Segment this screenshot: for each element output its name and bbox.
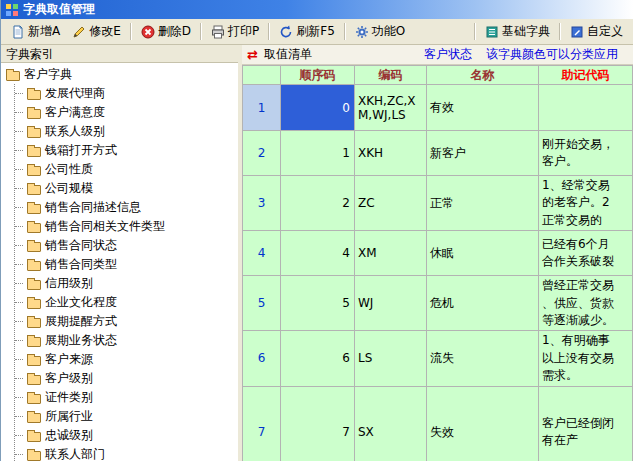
print-button[interactable]: 打印P bbox=[205, 20, 265, 43]
dictionary-tree: 客户字典 发展代理商 客户满意度 联系人级别 钱箱打开方式 bbox=[1, 63, 238, 461]
tree-item[interactable]: 销售合同状态 bbox=[15, 236, 238, 255]
description-cell[interactable]: 客户已经倒闭 有在产 bbox=[539, 386, 633, 461]
tree-item[interactable]: 联系人部门 bbox=[15, 445, 238, 461]
delete-button[interactable]: 删除D bbox=[135, 20, 197, 43]
sequence-cell[interactable]: 2 bbox=[281, 176, 355, 231]
name-cell[interactable]: 有效 bbox=[427, 85, 539, 131]
name-cell[interactable]: 失效 bbox=[427, 386, 539, 461]
name-cell[interactable]: 危机 bbox=[427, 276, 539, 331]
column-header-code[interactable]: 编码 bbox=[355, 66, 427, 85]
tree-item[interactable]: 展期业务状态 bbox=[15, 331, 238, 350]
name-cell[interactable]: 新客户 bbox=[427, 131, 539, 176]
table-row[interactable]: 5 5 WJ 危机 曾经正常交易 、供应、货款 等逐渐减少。 bbox=[243, 276, 633, 331]
tree-item[interactable]: 销售合同相关文件类型 bbox=[15, 217, 238, 236]
corner-header-cell[interactable] bbox=[243, 66, 281, 85]
table-row[interactable]: 2 1 XKH 新客户 刚开始交易， 客户。 bbox=[243, 131, 633, 176]
tree-item-label: 展期提醒方式 bbox=[45, 313, 117, 330]
table-row[interactable]: 4 4 XM 休眠 已经有6个月 合作关系破裂 bbox=[243, 231, 633, 276]
tree-item[interactable]: 公司规模 bbox=[15, 179, 238, 198]
description-cell[interactable]: 1、经常交易 的老客户。2 正常交易的 bbox=[539, 176, 633, 231]
sequence-cell[interactable]: 7 bbox=[281, 386, 355, 461]
column-header-mnemonic[interactable]: 助记代码 bbox=[539, 66, 633, 85]
name-cell[interactable]: 休眠 bbox=[427, 231, 539, 276]
tree-item[interactable]: 忠诚级别 bbox=[15, 426, 238, 445]
table-row[interactable]: 3 2 ZC 正常 1、经常交易 的老客户。2 正常交易的 bbox=[243, 176, 633, 231]
tree-item[interactable]: 公司性质 bbox=[15, 160, 238, 179]
tree-item[interactable]: 联系人级别 bbox=[15, 122, 238, 141]
toolbar-separator bbox=[200, 23, 202, 40]
tree-item[interactable]: 信用级别 bbox=[15, 274, 238, 293]
folder-icon bbox=[27, 261, 41, 271]
sequence-cell[interactable]: 1 bbox=[281, 131, 355, 176]
sequence-cell[interactable]: 6 bbox=[281, 331, 355, 386]
add-button[interactable]: 新增A bbox=[5, 20, 66, 43]
toolbar-separator bbox=[474, 23, 476, 40]
tree-item[interactable]: 客户来源 bbox=[15, 350, 238, 369]
sequence-cell[interactable]: 0 bbox=[281, 85, 355, 131]
tree-item[interactable]: 发展代理商 bbox=[15, 84, 238, 103]
folder-icon bbox=[27, 375, 41, 385]
tree-item[interactable]: 企业文化程度 bbox=[15, 293, 238, 312]
dictionary-status-info: 客户状态 该字典颜色可以分类应用 bbox=[424, 46, 628, 63]
tree-root-label: 客户字典 bbox=[24, 66, 72, 83]
app-icon bbox=[5, 3, 19, 17]
sequence-cell[interactable]: 5 bbox=[281, 276, 355, 331]
delete-icon bbox=[141, 25, 155, 39]
row-number-cell[interactable]: 1 bbox=[243, 85, 281, 131]
description-cell[interactable]: 刚开始交易， 客户。 bbox=[539, 131, 633, 176]
custom-button[interactable]: 自定义 bbox=[564, 20, 629, 43]
base-dictionary-button[interactable]: 基础字典 bbox=[479, 20, 556, 43]
edit-button[interactable]: 修改E bbox=[66, 20, 127, 43]
tree-item[interactable]: 销售合同类型 bbox=[15, 255, 238, 274]
code-cell[interactable]: ZC bbox=[355, 176, 427, 231]
code-cell[interactable]: XKH,ZC,XM,WJ,LS bbox=[355, 85, 427, 131]
row-number-cell[interactable]: 6 bbox=[243, 331, 281, 386]
row-number-cell[interactable]: 2 bbox=[243, 131, 281, 176]
dictionary-name-label: 客户状态 bbox=[424, 46, 472, 63]
name-cell[interactable]: 正常 bbox=[427, 176, 539, 231]
table-row[interactable]: 6 6 LS 流失 1、有明确事 以上没有交易 需求。 bbox=[243, 331, 633, 386]
code-cell[interactable]: XKH bbox=[355, 131, 427, 176]
column-header-seq[interactable]: 顺序码 bbox=[281, 66, 355, 85]
swap-arrows-icon[interactable]: ⇄ bbox=[247, 48, 258, 61]
toolbar-separator bbox=[559, 23, 561, 40]
tree-item[interactable]: 证件类别 bbox=[15, 388, 238, 407]
delete-button-label: 删除D bbox=[158, 23, 191, 40]
table-row[interactable]: 7 7 SX 失效 客户已经倒闭 有在产 bbox=[243, 386, 633, 461]
tree-root-customer-dictionary[interactable]: 客户字典 bbox=[6, 65, 238, 84]
code-cell[interactable]: XM bbox=[355, 231, 427, 276]
row-number-cell[interactable]: 7 bbox=[243, 386, 281, 461]
column-header-name[interactable]: 名称 bbox=[427, 66, 539, 85]
code-cell[interactable]: SX bbox=[355, 386, 427, 461]
name-cell[interactable]: 流失 bbox=[427, 331, 539, 386]
row-number-cell[interactable]: 4 bbox=[243, 231, 281, 276]
table-row[interactable]: 1 0 XKH,ZC,XM,WJ,LS 有效 bbox=[243, 85, 633, 131]
code-cell[interactable]: WJ bbox=[355, 276, 427, 331]
tree-item-label: 证件类别 bbox=[45, 389, 93, 406]
tree-item[interactable]: 客户级别 bbox=[15, 369, 238, 388]
description-cell[interactable]: 曾经正常交易 、供应、货款 等逐渐减少。 bbox=[539, 276, 633, 331]
row-number-cell[interactable]: 5 bbox=[243, 276, 281, 331]
folder-icon bbox=[27, 90, 41, 100]
description-cell[interactable] bbox=[539, 85, 633, 131]
description-cell[interactable]: 已经有6个月 合作关系破裂 bbox=[539, 231, 633, 276]
row-number-cell[interactable]: 3 bbox=[243, 176, 281, 231]
code-cell[interactable]: LS bbox=[355, 331, 427, 386]
custom-button-label: 自定义 bbox=[587, 23, 623, 40]
tree-item[interactable]: 销售合同描述信息 bbox=[15, 198, 238, 217]
folder-icon bbox=[27, 242, 41, 252]
function-button[interactable]: 功能O bbox=[349, 20, 411, 43]
tree-item[interactable]: 客户满意度 bbox=[15, 103, 238, 122]
tree-item-label: 发展代理商 bbox=[45, 85, 105, 102]
new-document-icon bbox=[11, 25, 25, 39]
refresh-button[interactable]: 刷新F5 bbox=[273, 20, 341, 43]
description-cell[interactable]: 1、有明确事 以上没有交易 需求。 bbox=[539, 331, 633, 386]
folder-icon bbox=[27, 280, 41, 290]
tree-item[interactable]: 展期提醒方式 bbox=[15, 312, 238, 331]
edit-button-label: 修改E bbox=[89, 23, 121, 40]
sequence-cell[interactable]: 4 bbox=[281, 231, 355, 276]
folder-icon bbox=[27, 109, 41, 119]
tree-item[interactable]: 钱箱打开方式 bbox=[15, 141, 238, 160]
tree-item[interactable]: 所属行业 bbox=[15, 407, 238, 426]
tree-item-label: 联系人部门 bbox=[45, 446, 105, 461]
